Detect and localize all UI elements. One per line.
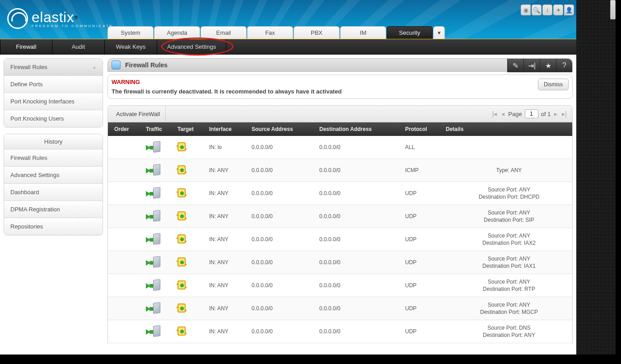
decorative-right-strip	[576, 0, 616, 355]
col-dest: Destination Address	[319, 126, 405, 132]
cell-interface: IN: ANY	[209, 259, 252, 266]
history-item[interactable]: Dashboard	[4, 184, 103, 201]
pager: |◂ ◂ Page of 1 ▸ ▸|	[491, 109, 568, 118]
edit-icon[interactable]: ✎	[507, 59, 523, 72]
sidebar-item-label: Port Knocking Users	[10, 115, 64, 122]
subnav-firewall[interactable]: Firewall	[0, 39, 52, 55]
traffic-in-icon	[146, 302, 161, 315]
pager-next-icon[interactable]: ▸	[553, 110, 558, 117]
activate-firewall-button[interactable]: Activate FireWall	[108, 105, 166, 122]
table-row[interactable]: IN: ANY0.0.0.0/00.0.0.0/0ICMPType: ANY	[108, 159, 572, 182]
table-row[interactable]: IN: ANY0.0.0.0/00.0.0.0/0UDPSource Port:…	[108, 320, 572, 343]
cell-interface: IN: ANY	[209, 190, 252, 196]
table-row[interactable]: IN: ANY0.0.0.0/00.0.0.0/0UDPSource Port:…	[108, 297, 572, 320]
info-icon[interactable]: i	[542, 5, 552, 15]
pager-prev-icon[interactable]: ◂	[500, 110, 505, 117]
help-icon[interactable]: ?	[556, 59, 572, 72]
traffic-in-icon	[146, 325, 161, 338]
cell-traffic	[146, 210, 177, 223]
cell-dest: 0.0.0.0/0	[319, 144, 405, 150]
cell-source: 0.0.0.0/0	[252, 167, 319, 173]
cell-protocol: UDP	[405, 282, 446, 289]
cell-details: Source Port: ANYDestination Port: IAX1	[446, 255, 572, 270]
sidebar-item-firewall-rules[interactable]: Firewall Rules ▸	[4, 59, 103, 76]
cell-target	[177, 211, 209, 222]
cell-dest: 0.0.0.0/0	[319, 167, 405, 173]
target-accept-icon	[177, 211, 186, 220]
target-accept-icon	[177, 165, 186, 174]
table-row[interactable]: IN: ANY0.0.0.0/00.0.0.0/0UDPSource Port:…	[108, 228, 572, 251]
table-row[interactable]: IN: ANY0.0.0.0/00.0.0.0/0UDPSource Port:…	[108, 274, 572, 297]
brand-logo[interactable]: elastix® FREEDOM TO COMMUNICATE	[7, 8, 113, 29]
cell-details: Source Port: ANYDestination Port: MGCP	[446, 301, 572, 316]
table-header-row: Order Traffic Target Interface Source Ad…	[108, 122, 572, 136]
sidebar-item-pk-users[interactable]: Port Knocking Users	[4, 110, 103, 127]
search-icon[interactable]: 🔍	[532, 5, 542, 15]
table-row[interactable]: IN: ANY0.0.0.0/00.0.0.0/0UDPSource Port:…	[108, 251, 572, 274]
table-row[interactable]: IN: lo0.0.0.0/00.0.0.0/0ALL	[108, 136, 572, 159]
col-protocol: Protocol	[405, 126, 446, 132]
tab-pbx[interactable]: PBX	[294, 26, 340, 39]
cell-target	[177, 257, 209, 268]
cell-dest: 0.0.0.0/0	[319, 282, 405, 289]
cell-interface: IN: ANY	[209, 213, 252, 219]
target-accept-icon	[177, 280, 186, 289]
tab-agenda[interactable]: Agenda	[154, 26, 200, 39]
sidebar-item-pk-interfaces[interactable]: Port Knocking Interfaces	[4, 93, 103, 110]
pager-last-icon[interactable]: ▸|	[561, 110, 568, 117]
cell-interface: IN: ANY	[209, 328, 252, 335]
col-interface: Interface	[209, 126, 252, 132]
cell-protocol: UDP	[405, 190, 446, 196]
dismiss-button[interactable]: Dismiss	[538, 79, 569, 90]
history-item[interactable]: DPMA Registration	[4, 201, 103, 218]
tab-im[interactable]: IM	[340, 26, 386, 39]
tab-fax[interactable]: Fax	[247, 26, 293, 39]
subnav-advanced[interactable]: Advanced Settings	[157, 39, 226, 55]
history-item-label: DPMA Registration	[10, 206, 60, 213]
subnav-weakkeys[interactable]: Weak Keys	[105, 39, 157, 55]
history-item[interactable]: Advanced Settings	[4, 167, 103, 184]
puzzle-icon[interactable]: ✦	[553, 5, 563, 15]
history-item-label: Firewall Rules	[10, 154, 47, 161]
pager-first-icon[interactable]: |◂	[491, 110, 498, 117]
tab-system[interactable]: System	[107, 26, 154, 39]
tab-security[interactable]: Security	[387, 26, 433, 39]
history-item[interactable]: Firewall Rules	[4, 149, 103, 167]
vertical-scrollbar[interactable]	[610, 0, 616, 19]
cell-interface: IN: ANY	[209, 282, 252, 289]
cell-traffic	[146, 140, 177, 154]
cell-traffic	[146, 256, 177, 269]
traffic-in-icon	[146, 279, 161, 292]
sidebar-item-define-ports[interactable]: Define Ports	[4, 76, 103, 93]
brand-tagline: FREEDOM TO COMMUNICATE	[32, 24, 113, 28]
star-icon[interactable]: ★	[540, 59, 556, 72]
cell-traffic	[146, 187, 177, 200]
cell-source: 0.0.0.0/0	[252, 305, 319, 312]
col-details: Details	[446, 126, 572, 132]
cell-interface: IN: ANY	[209, 236, 252, 243]
droplet-icon[interactable]: ◉	[521, 5, 531, 15]
cell-details: Source Port: ANYDestination Port: SIP	[446, 209, 572, 224]
history-item[interactable]: Repositories	[4, 218, 103, 235]
table-body: IN: lo0.0.0.0/00.0.0.0/0ALLIN: ANY0.0.0.…	[108, 136, 572, 343]
cell-dest: 0.0.0.0/0	[319, 305, 405, 312]
tab-more-caret[interactable]: ▾	[433, 26, 445, 39]
tab-email[interactable]: Email	[201, 26, 247, 39]
cell-target	[177, 234, 209, 245]
cell-protocol: UDP	[405, 305, 446, 312]
pager-page-input[interactable]	[525, 109, 538, 118]
app-header: elastix® FREEDOM TO COMMUNICATE ◉ 🔍 i ✦ …	[0, 0, 576, 39]
shield-icon	[112, 61, 121, 70]
cell-interface: IN: ANY	[209, 167, 252, 173]
subnav-audit[interactable]: Audit	[52, 39, 105, 55]
user-icon[interactable]: 👤	[564, 5, 574, 15]
cell-target	[177, 303, 209, 314]
cell-source: 0.0.0.0/0	[252, 282, 319, 289]
col-traffic: Traffic	[146, 126, 177, 132]
table-row[interactable]: IN: ANY0.0.0.0/00.0.0.0/0UDPSource Port:…	[108, 205, 572, 228]
target-accept-icon	[177, 234, 186, 243]
sidebar-item-label: Port Knocking Interfaces	[10, 98, 75, 105]
col-order: Order	[114, 126, 146, 132]
table-row[interactable]: IN: ANY0.0.0.0/00.0.0.0/0UDPSource Port:…	[108, 182, 572, 205]
columns-icon[interactable]: ⇥|	[523, 59, 540, 72]
